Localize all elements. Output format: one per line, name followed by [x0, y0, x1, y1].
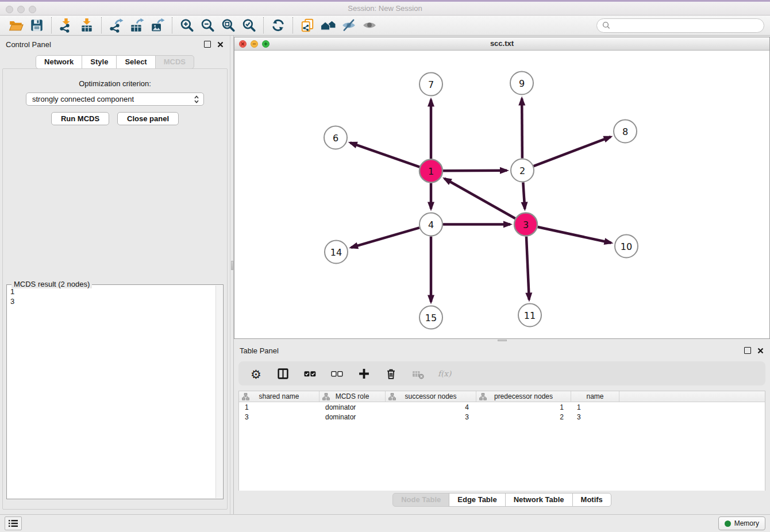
- select-all-rows-button[interactable]: [303, 366, 317, 381]
- edge-1-6[interactable]: [350, 142, 419, 167]
- zoom-out-button[interactable]: [197, 17, 218, 34]
- splitter-handle[interactable]: [498, 340, 507, 341]
- control-panel-tabs: NetworkStyleSelectMCDS: [0, 55, 230, 69]
- network-window-titlebar[interactable]: scc.txt: [234, 37, 769, 51]
- mcds-result-list[interactable]: 13: [10, 287, 215, 498]
- save-session-button[interactable]: [26, 17, 47, 34]
- column-label: name: [586, 392, 603, 400]
- float-panel-icon[interactable]: [204, 41, 211, 48]
- result-scrollbar[interactable]: [215, 286, 222, 498]
- open-session-icon: [9, 18, 24, 33]
- table-cell[interactable]: dominator: [319, 402, 386, 412]
- export-image-button[interactable]: [147, 17, 168, 34]
- delete-table-button: [411, 366, 425, 381]
- edge-4-14[interactable]: [351, 228, 419, 248]
- run-mcds-button[interactable]: Run MCDS: [51, 112, 109, 125]
- search-input[interactable]: [614, 21, 759, 30]
- table-cell[interactable]: 1: [571, 402, 619, 412]
- zoom-fit-icon: [221, 18, 236, 33]
- memory-button[interactable]: Memory: [718, 516, 765, 530]
- export-table-button[interactable]: [126, 17, 147, 34]
- optimization-criterion-label: Optimization criterion:: [3, 79, 227, 88]
- export-network-button[interactable]: [106, 17, 126, 34]
- duplicate-network-icon: [300, 18, 315, 33]
- import-table-button[interactable]: [76, 17, 97, 34]
- optimization-criterion-select[interactable]: strongly connected component: [26, 92, 204, 106]
- splitter-handle[interactable]: [231, 261, 233, 270]
- column-header-successor-nodes[interactable]: successor nodes: [386, 391, 476, 402]
- import-network-button[interactable]: [56, 17, 76, 34]
- deselect-all-rows-button[interactable]: [330, 366, 344, 381]
- edge-3-1[interactable]: [445, 179, 515, 218]
- deselect-all-rows-icon: [331, 368, 343, 380]
- network-canvas[interactable]: 7968124314101511: [234, 51, 769, 338]
- refresh-icon: [271, 18, 286, 33]
- table-body: 1dominator4113dominator323: [239, 402, 765, 422]
- table-mode-gear-button[interactable]: [249, 366, 263, 381]
- tab-node-table[interactable]: Node Table: [392, 493, 449, 507]
- node-label-2: 2: [519, 165, 525, 176]
- table-cell[interactable]: 1: [239, 402, 319, 412]
- mcds-result-value: 3: [10, 296, 215, 306]
- tab-network-table[interactable]: Network Table: [505, 493, 573, 507]
- tree-icon: [322, 393, 330, 400]
- delete-columns-button[interactable]: [384, 366, 398, 381]
- column-header-predecessor-nodes[interactable]: predecessor nodes: [476, 391, 571, 402]
- create-column-button[interactable]: [357, 366, 371, 381]
- column-header-MCDS-role[interactable]: MCDS role: [319, 391, 386, 402]
- zoom-fit-button[interactable]: [218, 17, 238, 34]
- tab-edge-table[interactable]: Edge Table: [449, 493, 505, 507]
- search-box[interactable]: [596, 18, 764, 33]
- edge-2-9[interactable]: [522, 98, 522, 158]
- vertical-splitter[interactable]: [230, 36, 234, 514]
- task-history-button[interactable]: [5, 516, 22, 530]
- table-cell[interactable]: 3: [239, 412, 319, 422]
- close-panel-icon[interactable]: [757, 347, 764, 354]
- mcds-panel: Optimization criterion: strongly connect…: [2, 68, 228, 510]
- node-label-6: 6: [333, 133, 338, 144]
- table-cell[interactable]: 3: [571, 412, 619, 422]
- column-header-shared-name[interactable]: shared name: [239, 391, 319, 402]
- zoom-in-icon: [179, 18, 194, 33]
- table-cell[interactable]: 4: [386, 402, 476, 412]
- duplicate-network-button[interactable]: [297, 17, 318, 34]
- tab-style[interactable]: Style: [82, 55, 117, 69]
- tab-network[interactable]: Network: [36, 55, 82, 69]
- edge-3-11[interactable]: [526, 236, 529, 299]
- refresh-button[interactable]: [268, 17, 288, 34]
- table-row[interactable]: 1dominator411: [239, 402, 765, 412]
- table-mode-gear-icon: [250, 368, 262, 380]
- create-column-icon: [358, 368, 370, 380]
- close-panel-icon[interactable]: [217, 41, 224, 48]
- edge-3-10[interactable]: [538, 227, 611, 243]
- table-toolbar: [238, 361, 765, 385]
- table-header-row: shared nameMCDS rolesuccessor nodesprede…: [239, 391, 765, 402]
- show-hide-columns-button[interactable]: [276, 366, 290, 381]
- first-neighbors-button[interactable]: [318, 17, 338, 34]
- table-row[interactable]: 3dominator323: [239, 412, 765, 422]
- zoom-in-button[interactable]: [176, 17, 197, 34]
- edge-2-3[interactable]: [523, 182, 525, 209]
- import-network-icon: [59, 18, 74, 33]
- export-network-icon: [109, 18, 124, 33]
- column-header-name[interactable]: name: [571, 391, 619, 402]
- table-cell[interactable]: 1: [476, 402, 571, 412]
- tab-mcds[interactable]: MCDS: [155, 55, 194, 69]
- table-cell[interactable]: 2: [476, 412, 571, 422]
- open-session-button[interactable]: [6, 17, 26, 34]
- edge-2-8[interactable]: [534, 137, 611, 166]
- toolbar-separator: [51, 17, 52, 33]
- search-icon: [602, 21, 610, 29]
- table-panel: Table Panel shared nameMCDS rolesuccesso…: [234, 342, 770, 511]
- edge-1-2[interactable]: [443, 171, 507, 171]
- close-panel-button[interactable]: Close panel: [117, 112, 179, 125]
- hide-selected-button[interactable]: [338, 17, 359, 34]
- tab-select[interactable]: Select: [116, 55, 155, 69]
- table-cell[interactable]: 3: [386, 412, 476, 422]
- table-cell[interactable]: dominator: [319, 412, 386, 422]
- zoom-selected-button[interactable]: [238, 17, 259, 34]
- float-panel-icon[interactable]: [744, 347, 751, 354]
- tab-motifs[interactable]: Motifs: [572, 493, 611, 507]
- show-all-button[interactable]: [359, 17, 380, 34]
- node-label-11: 11: [524, 310, 536, 321]
